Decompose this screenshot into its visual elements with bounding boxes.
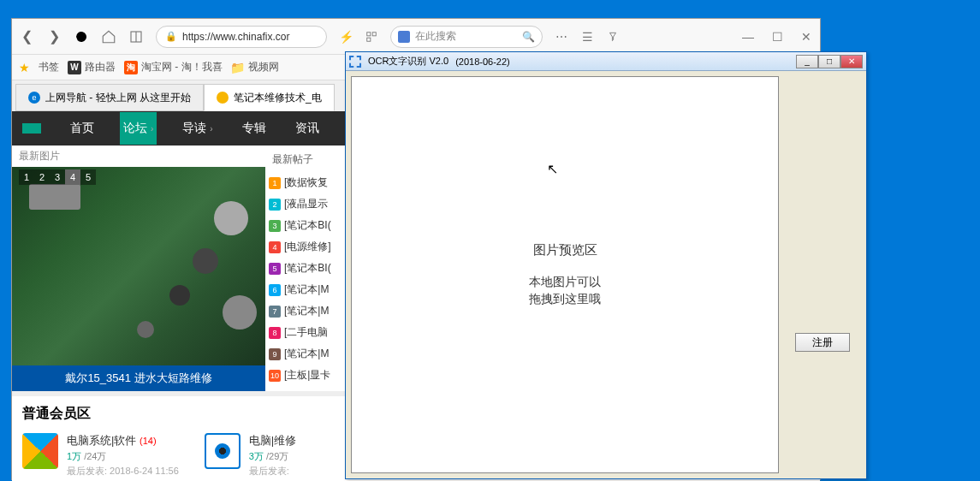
bookmarks-label: 书签: [39, 60, 59, 74]
section-title: 普通会员区: [22, 405, 91, 423]
card-repair[interactable]: 电脑|维修 3万 /29万 最后发表:: [205, 433, 296, 478]
nav-stat-icon: [22, 123, 41, 134]
page-1[interactable]: 1: [19, 169, 34, 185]
carousel-caption[interactable]: 戴尔15_3541 进水大短路维修: [12, 365, 265, 391]
preview-hint: 本地图片可以 拖拽到这里哦: [529, 274, 601, 307]
taobao-icon: 淘: [124, 61, 138, 74]
register-button[interactable]: 注册: [795, 333, 850, 352]
ocr-window: OCR文字识别 V2.0 (2018-06-22) _ □ ✕ ↖ 图片预览区 …: [345, 51, 867, 479]
carousel: 最新图片 1 2 3 4 5 戴尔15_3541 进水大短路维修: [12, 145, 265, 391]
nav-home[interactable]: 首页: [67, 112, 98, 145]
folder-icon: 📁: [231, 61, 245, 74]
card-system[interactable]: 电脑系统|软件 (14) 1万 /24万 最后发表: 2018-6-24 11:…: [22, 433, 179, 478]
more-icon[interactable]: ⋯: [555, 30, 568, 44]
carousel-image[interactable]: [12, 167, 265, 365]
back-button[interactable]: ❮: [19, 29, 34, 45]
router-icon: W: [68, 61, 81, 74]
ocr-preview-area[interactable]: ↖ 图片预览区 本地图片可以 拖拽到这里哦: [351, 76, 779, 473]
refresh-button[interactable]: [74, 29, 89, 45]
card-title: 电脑系统|软件 (14): [67, 433, 179, 448]
card-stats: 1万 /24万: [67, 450, 179, 463]
svg-rect-2: [367, 32, 371, 35]
minimize-button[interactable]: —: [741, 30, 755, 44]
search-provider-icon: [398, 31, 410, 43]
ocr-close-button[interactable]: ✕: [840, 55, 863, 68]
ocr-app-icon: [349, 56, 361, 68]
close-button[interactable]: ✕: [799, 30, 813, 44]
svg-rect-4: [367, 38, 371, 41]
reader-button[interactable]: [128, 29, 144, 45]
card-date: 最后发表:: [249, 465, 296, 478]
ocr-title-text: OCR文字识别 V2.0: [368, 55, 448, 68]
search-icon[interactable]: 🔍: [522, 31, 535, 43]
preview-title: 图片预览区: [533, 242, 597, 258]
address-bar[interactable]: 🔒 https://www.chinafix.cor: [156, 26, 327, 48]
page-3[interactable]: 3: [50, 169, 65, 185]
filter-icon[interactable]: [606, 30, 620, 44]
search-placeholder: 在此搜索: [415, 29, 456, 44]
page-4[interactable]: 4: [65, 169, 80, 185]
card-stats: 3万 /29万: [249, 450, 296, 463]
ocr-titlebar[interactable]: OCR文字识别 V2.0 (2018-06-22) _ □ ✕: [346, 52, 866, 71]
nav-guide[interactable]: 导读: [179, 112, 216, 145]
card-title: 电脑|维修: [249, 433, 296, 448]
tab-nav[interactable]: e 上网导航 - 轻快上网 从这里开始: [15, 84, 204, 111]
search-bar[interactable]: 在此搜索 🔍: [390, 26, 543, 48]
flash-icon[interactable]: ⚡: [339, 30, 353, 44]
url-text: https://www.chinafix.cor: [182, 31, 289, 43]
page-2[interactable]: 2: [34, 169, 50, 185]
forward-button[interactable]: ❯: [46, 29, 62, 45]
ocr-body: ↖ 图片预览区 本地图片可以 拖拽到这里哦 注册: [346, 71, 866, 478]
svg-rect-3: [372, 32, 376, 35]
maximize-button[interactable]: ☐: [770, 30, 784, 44]
tab-chinafix[interactable]: 笔记本维修技术_电: [204, 84, 335, 111]
sun-icon: [217, 92, 229, 104]
nav-forum[interactable]: 论坛: [120, 112, 157, 145]
carousel-pager: 1 2 3 4 5: [19, 169, 96, 185]
edge-icon: e: [28, 92, 40, 104]
bookmark-taobao[interactable]: 淘 淘宝网 - 淘！我喜: [124, 60, 223, 74]
browser-toolbar: ❮ ❯ 🔒 https://www.chinafix.cor ⚡ 在此搜索 🔍 …: [12, 19, 820, 55]
nav-album[interactable]: 专辑: [239, 112, 270, 145]
bookmark-star-icon[interactable]: ★: [19, 61, 30, 74]
ocr-date: (2018-06-22): [455, 56, 510, 67]
nav-news[interactable]: 资讯: [292, 112, 323, 145]
lock-icon: 🔒: [165, 31, 177, 42]
home-button[interactable]: [101, 29, 116, 45]
page-5[interactable]: 5: [80, 169, 96, 185]
bookmark-router[interactable]: W 路由器: [68, 60, 116, 74]
ocr-maximize-button[interactable]: □: [818, 55, 840, 68]
windows-icon: [22, 433, 58, 469]
bookmark-video[interactable]: 📁 视频网: [231, 60, 279, 74]
cursor-icon: ↖: [547, 161, 558, 177]
carousel-header: 最新图片: [12, 145, 265, 167]
camera-icon: [205, 433, 241, 469]
menu-icon[interactable]: ☰: [580, 30, 594, 44]
ocr-minimize-button[interactable]: _: [796, 55, 818, 68]
qr-icon[interactable]: [365, 30, 378, 44]
card-date: 最后发表: 2018-6-24 11:56: [67, 465, 179, 478]
